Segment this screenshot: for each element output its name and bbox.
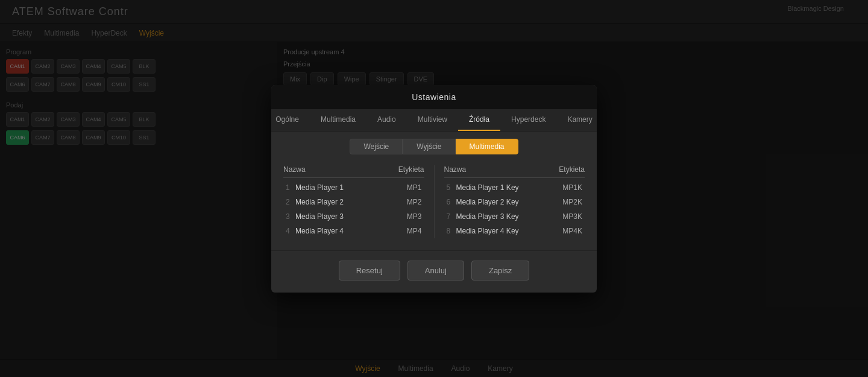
sources-table: Nazwa Etykieta 1 Media Player 1 MP1 2 Me… xyxy=(283,165,585,238)
tab-multiview[interactable]: Multiview xyxy=(407,109,458,131)
source-row-5[interactable]: 5 Media Player 1 Key MP1K xyxy=(444,180,585,195)
tab-ogolne[interactable]: Ogólne xyxy=(271,109,310,131)
source-label-4: MP4 xyxy=(386,227,422,235)
col-label-right: Etykieta xyxy=(549,165,585,174)
modal-content: Nazwa Etykieta 1 Media Player 1 MP1 2 Me… xyxy=(271,159,597,250)
reset-button[interactable]: Resetuj xyxy=(339,261,400,280)
tab-hyperdeck[interactable]: Hyperdeck xyxy=(500,109,556,131)
modal-overlay: Ustawienia Ogólne Multimedia Audio Multi… xyxy=(0,0,868,377)
source-label-5: MP1K xyxy=(546,183,582,192)
col-header-right: Nazwa Etykieta xyxy=(444,165,585,178)
source-name-6: Media Player 2 Key xyxy=(456,198,547,206)
source-label-7: MP3K xyxy=(546,212,582,221)
source-row-1[interactable]: 1 Media Player 1 MP1 xyxy=(283,180,424,195)
source-num-7: 7 xyxy=(447,212,456,221)
source-row-6[interactable]: 6 Media Player 2 Key MP2K xyxy=(444,195,585,209)
source-num-4: 4 xyxy=(286,227,295,235)
source-num-5: 5 xyxy=(447,183,456,192)
source-name-7: Media Player 3 Key xyxy=(456,212,547,221)
source-num-6: 6 xyxy=(447,198,456,206)
source-name-2: Media Player 2 xyxy=(295,198,386,206)
source-row-3[interactable]: 3 Media Player 3 MP3 xyxy=(283,209,424,224)
col-divider xyxy=(434,165,435,238)
source-label-8: MP4K xyxy=(546,227,582,235)
tab-audio[interactable]: Audio xyxy=(366,109,407,131)
col-label-left: Etykieta xyxy=(388,165,424,174)
source-label-6: MP2K xyxy=(546,198,582,206)
col-header-left: Nazwa Etykieta xyxy=(283,165,424,178)
source-num-3: 3 xyxy=(286,212,295,221)
modal-footer: Resetuj Anuluj Zapisz xyxy=(271,250,597,293)
sources-col-right: Nazwa Etykieta 5 Media Player 1 Key MP1K… xyxy=(444,165,585,238)
sources-col-left: Nazwa Etykieta 1 Media Player 1 MP1 2 Me… xyxy=(283,165,424,238)
cancel-button[interactable]: Anuluj xyxy=(407,261,464,280)
tab-kamery[interactable]: Kamery xyxy=(556,109,597,131)
modal-sub-tabs: Wejście Wyjście Multimedia xyxy=(271,131,597,159)
source-name-5: Media Player 1 Key xyxy=(456,183,547,192)
source-num-8: 8 xyxy=(447,227,456,235)
tab-zrodla[interactable]: Źródła xyxy=(458,109,500,131)
source-label-1: MP1 xyxy=(386,183,422,192)
source-name-1: Media Player 1 xyxy=(295,183,386,192)
tab-multimedia[interactable]: Multimedia xyxy=(310,109,366,131)
source-num-1: 1 xyxy=(286,183,295,192)
source-row-4[interactable]: 4 Media Player 4 MP4 xyxy=(283,224,424,238)
source-name-3: Media Player 3 xyxy=(295,212,386,221)
source-name-8: Media Player 4 Key xyxy=(456,227,547,235)
modal-tabs: Ogólne Multimedia Audio Multiview Źródła… xyxy=(271,109,597,131)
source-name-4: Media Player 4 xyxy=(295,227,386,235)
source-num-2: 2 xyxy=(286,198,295,206)
modal-title: Ustawienia xyxy=(271,85,597,109)
source-label-2: MP2 xyxy=(386,198,422,206)
modal-dialog: Ustawienia Ogólne Multimedia Audio Multi… xyxy=(271,85,597,293)
col-name-right: Nazwa xyxy=(444,165,549,174)
sub-tab-multimedia[interactable]: Multimedia xyxy=(456,139,518,154)
source-row-8[interactable]: 8 Media Player 4 Key MP4K xyxy=(444,224,585,238)
source-label-3: MP3 xyxy=(386,212,422,221)
col-name-left: Nazwa xyxy=(283,165,388,174)
sub-tab-wyjscie[interactable]: Wyjście xyxy=(403,139,455,154)
save-button[interactable]: Zapisz xyxy=(471,261,529,280)
source-row-7[interactable]: 7 Media Player 3 Key MP3K xyxy=(444,209,585,224)
sub-tab-wejscie[interactable]: Wejście xyxy=(350,139,403,154)
source-row-2[interactable]: 2 Media Player 2 MP2 xyxy=(283,195,424,209)
